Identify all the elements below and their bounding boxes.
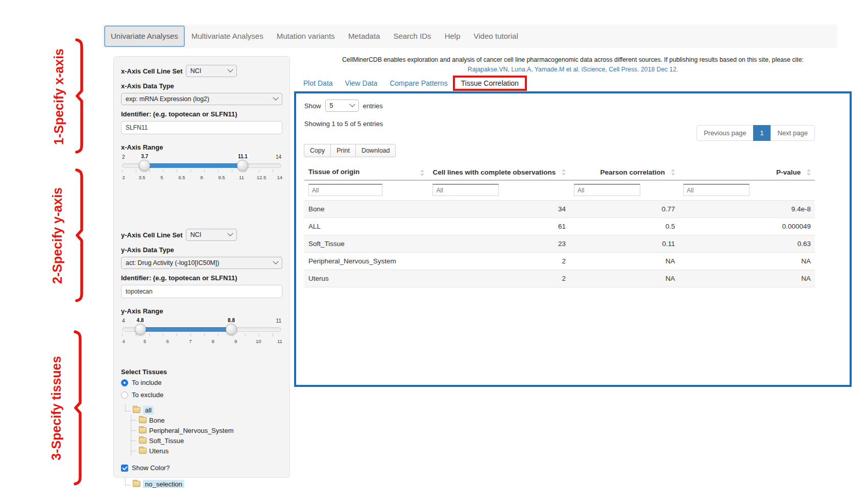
next-page-button[interactable]: Next page	[770, 125, 815, 141]
y-axis-range-slider: 4 11 4.8 8.8 4 5 6 7 8 9 10 11	[122, 318, 281, 352]
nav-tab-video-tutorial[interactable]: Video tutorial	[467, 25, 524, 48]
sort-icon[interactable]	[670, 169, 675, 176]
table-row[interactable]: Bone 34 0.77 9.4e-8	[304, 201, 815, 218]
col-header-tissue-of-origin[interactable]: Tissue of origin	[304, 164, 428, 180]
page-size-select[interactable]: 5	[325, 100, 359, 112]
y-axis-identifier-label: Identifier: (e.g. topotecan or SLFN11)	[121, 274, 282, 282]
tree-node-no-selection[interactable]: no_selection	[124, 479, 282, 488]
table-row[interactable]: Uterus 2 NA NA	[304, 270, 815, 287]
x-tick-label: 5	[160, 175, 163, 180]
filter-tissue-input[interactable]	[308, 184, 382, 196]
table-row[interactable]: Soft_Tissue 23 0.11 0.63	[304, 235, 815, 253]
col-header-p-value[interactable]: P-value	[679, 164, 815, 180]
filter-cell-lines-input[interactable]	[432, 184, 499, 196]
y-slider-to-handle[interactable]	[226, 324, 237, 335]
y-range-min-label: 4	[122, 318, 125, 324]
x-axis-data-type-label: x-Axis Data Type	[121, 82, 282, 90]
cell-p-value: NA	[679, 253, 815, 270]
x-axis-cell-line-set-select[interactable]: NCI	[186, 65, 237, 77]
cell-correlation: NA	[570, 270, 679, 287]
radio-selected-icon	[121, 379, 128, 386]
x-slider-to-handle[interactable]	[237, 160, 248, 171]
y-slider-selected-range[interactable]	[140, 327, 231, 332]
tree-node-peripheral-nervous-system[interactable]: Peripheral_Nervous_System	[131, 425, 282, 435]
table-row[interactable]: ALL 61 0.5 0.000049	[304, 218, 815, 235]
cell-p-value: 0.63	[679, 235, 815, 253]
annotation-step2-bracket	[75, 167, 86, 303]
download-button[interactable]: Download	[355, 144, 396, 157]
x-axis-range-slider: 2 14 3.7 11.1 2 3.5 5 6.5 8 9.5 11 12.5 …	[122, 154, 281, 188]
y-tick-label: 11	[277, 338, 282, 344]
x-axis-cell-line-set-value: NCI	[190, 67, 224, 75]
y-axis-identifier-input[interactable]	[121, 285, 282, 298]
cell-count: 2	[428, 270, 570, 287]
annotation-step1-bracket	[75, 37, 86, 155]
y-axis-data-type-select[interactable]: act: Drug Activity (-log10[IC50M])	[121, 257, 282, 269]
tree-node-uterus[interactable]: Uterus	[131, 446, 282, 456]
col-header-label: P-value	[776, 168, 801, 176]
filter-pearson-input[interactable]	[574, 184, 640, 196]
controls-sidebar: x-Axis Cell Line Set NCI x-Axis Data Typ…	[113, 56, 290, 478]
page-1-button[interactable]: 1	[753, 125, 771, 141]
y-axis-cell-line-set-select[interactable]: NCI	[186, 229, 237, 241]
tree-node-bone[interactable]: Bone	[131, 415, 282, 425]
nav-tab-mutation-variants[interactable]: Mutation variants	[270, 25, 342, 48]
x-tick-label: 14	[277, 175, 283, 180]
show-label: Show	[304, 102, 321, 110]
y-axis-data-type-label: y-Axis Data Type	[121, 246, 282, 254]
tree-node-all-label: all	[143, 406, 154, 414]
tab-tissue-correlation[interactable]: Tissue Correlation	[454, 79, 526, 87]
folder-icon	[133, 481, 140, 487]
print-button[interactable]: Print	[330, 144, 356, 157]
y-axis-range-label: y-Axis Range	[121, 307, 282, 315]
nav-tab-help[interactable]: Help	[438, 25, 467, 48]
tissue-tree: all Bone Peripheral_Nervous_System Soft_…	[124, 405, 282, 456]
citation-link[interactable]: Rajapakse.VN, Luna.A, Yamade.M et al. iS…	[294, 65, 852, 75]
nav-tab-univariate-analyses[interactable]: Univariate Analyses	[104, 26, 185, 47]
x-range-min-label: 2	[122, 154, 125, 160]
top-navbar: Univariate Analyses Multivariate Analyse…	[102, 25, 837, 48]
sort-icon[interactable]	[419, 169, 424, 176]
y-range-to-label: 8.8	[226, 318, 236, 323]
y-slider-from-handle[interactable]	[135, 324, 146, 335]
cell-p-value: NA	[679, 270, 815, 287]
y-slider-grid: 4 5 6 7 8 9 10 11	[122, 333, 281, 349]
cell-p-value: 9.4e-8	[679, 201, 815, 218]
col-header-label: Cell lines with complete observations	[432, 168, 556, 176]
nav-tab-search-ids[interactable]: Search IDs	[387, 25, 438, 48]
y-axis-cell-line-set-value: NCI	[190, 231, 224, 238]
col-header-cell-lines[interactable]: Cell lines with complete observations	[428, 164, 570, 180]
tab-view-data[interactable]: View Data	[339, 79, 384, 87]
filter-p-value-input[interactable]	[683, 184, 750, 196]
x-axis-range-label: x-Axis Range	[121, 143, 282, 151]
sort-icon[interactable]	[806, 169, 811, 176]
cell-tissue: ALL	[304, 218, 428, 235]
show-color-label: Show Color?	[132, 464, 170, 472]
folder-icon	[133, 407, 140, 413]
copy-button[interactable]: Copy	[304, 144, 331, 157]
show-color-checkbox[interactable]: Show Color?	[121, 464, 282, 472]
x-axis-data-type-select[interactable]: exp: mRNA Expression (log2)	[121, 93, 282, 105]
x-tick-label: 11	[239, 175, 244, 180]
to-exclude-radio[interactable]: To exclude	[121, 391, 282, 399]
nav-tab-metadata[interactable]: Metadata	[342, 25, 387, 48]
tree-node-soft-tissue[interactable]: Soft_Tissue	[131, 435, 282, 446]
table-row[interactable]: Peripheral_Nervous_System 2 NA NA	[304, 253, 815, 270]
annotation-step3-bracket	[73, 329, 84, 486]
cellminercdb-app: Univariate Analyses Multivariate Analyse…	[0, 0, 868, 488]
tree-node-all[interactable]: all	[124, 405, 282, 415]
to-include-radio[interactable]: To include	[121, 379, 282, 386]
previous-page-button[interactable]: Previous page	[696, 125, 753, 141]
cell-tissue: Uterus	[304, 270, 428, 287]
folder-icon	[139, 448, 147, 454]
tab-compare-patterns[interactable]: Compare Patterns	[383, 79, 454, 87]
x-axis-identifier-input[interactable]	[121, 121, 282, 134]
x-slider-from-handle[interactable]	[139, 160, 150, 171]
x-axis-identifier-label: Identifier: (e.g. topotecan or SLFN11)	[121, 110, 282, 118]
table-header-row: Tissue of origin Cell lines with complet…	[304, 164, 815, 180]
tab-plot-data[interactable]: Plot Data	[297, 79, 339, 87]
x-slider-selected-range[interactable]	[144, 163, 243, 168]
nav-tab-multivariate-analyses[interactable]: Multivariate Analyses	[185, 25, 270, 48]
sort-icon[interactable]	[561, 169, 566, 176]
col-header-pearson-correlation[interactable]: Pearson correlation	[570, 164, 679, 180]
